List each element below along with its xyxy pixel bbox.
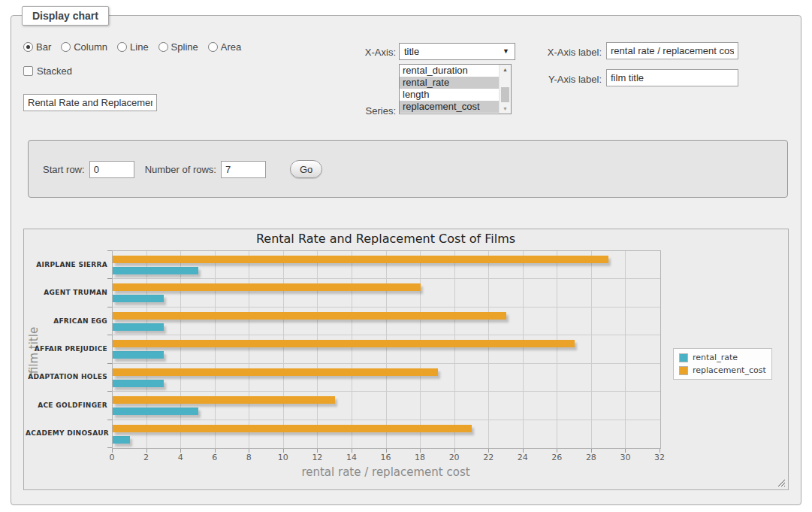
bar-replacement_cost: [113, 256, 608, 263]
bar-replacement_cost: [113, 396, 335, 404]
x-tick-label: 30: [614, 453, 636, 462]
x-tick-label: 14: [340, 453, 363, 462]
chart-type-option-area[interactable]: Area: [208, 41, 241, 53]
radio-icon[interactable]: [61, 42, 71, 52]
chart-type-label: Column: [74, 41, 107, 53]
radio-icon[interactable]: [23, 42, 33, 52]
series-option-rental_rate[interactable]: rental_rate: [400, 77, 511, 89]
chart-type-option-column[interactable]: Column: [61, 41, 107, 53]
bar-rental_rate: [113, 351, 164, 359]
x-tick-label: 12: [306, 453, 328, 462]
bar-replacement_cost: [113, 340, 575, 347]
series-scrollbar[interactable]: ▲ ▼: [499, 65, 511, 114]
bar-rental_rate: [113, 436, 130, 444]
bar-rental_rate: [113, 407, 198, 415]
x-tick-label: 2: [135, 453, 158, 462]
x-tick-label: 22: [477, 453, 500, 462]
x-axis-select-label: X-Axis:: [316, 47, 396, 58]
bar-replacement_cost: [113, 312, 506, 320]
gridline: [113, 307, 660, 308]
scrollbar-up-icon[interactable]: ▲: [500, 65, 511, 74]
chart-type-option-bar[interactable]: Bar: [23, 41, 51, 53]
x-tick-label: 26: [545, 453, 568, 462]
x-tick-label: 20: [443, 453, 466, 462]
y-tick-mark: [107, 391, 112, 392]
category-label: AFRICAN EGG: [26, 317, 107, 325]
series-option-length[interactable]: length: [400, 89, 511, 101]
x-axis-label-input[interactable]: [606, 42, 738, 59]
chart-type-options: BarColumnLineSplineArea: [23, 41, 251, 53]
y-tick-mark: [107, 278, 112, 279]
resize-handle-icon[interactable]: [777, 478, 785, 486]
category-label: AIRPLANE SIERRA: [26, 261, 107, 268]
legend-entry-rental_rate: rental_rate: [679, 353, 766, 362]
start-row-label: Start row:: [43, 164, 85, 175]
bar-replacement_cost: [113, 368, 438, 376]
x-tick-label: 28: [580, 453, 602, 462]
y-axis-label-input[interactable]: [606, 69, 738, 86]
category-label: ADAPTATION HOLES: [26, 373, 107, 380]
series-multiselect[interactable]: rental_durationrental_ratelengthreplacem…: [399, 64, 512, 114]
display-chart-fieldset: Display chart BarColumnLineSplineArea St…: [11, 15, 801, 505]
x-tick-label: 4: [169, 453, 192, 462]
y-axis-label-label: Y-Axis label:: [521, 74, 602, 85]
series-option-replacement_cost[interactable]: replacement_cost: [400, 101, 511, 113]
radio-dot: [26, 45, 30, 49]
rows-fieldset: Start row: Number of rows: Go: [28, 140, 788, 198]
x-tick-label: 8: [237, 453, 260, 462]
y-tick-mark: [107, 447, 112, 448]
bar-rental_rate: [113, 295, 164, 302]
x-tick-label: 32: [648, 453, 671, 462]
legend-label: replacement_cost: [693, 365, 766, 375]
x-tick-label: 0: [101, 453, 123, 462]
gridline: [113, 363, 660, 364]
chart-type-option-spline[interactable]: Spline: [158, 41, 198, 53]
radio-icon[interactable]: [117, 42, 127, 52]
gridline: [113, 278, 660, 279]
category-label: AFFAIR PREJUDICE: [26, 345, 107, 353]
x-axis-title: rental rate / replacement cost: [112, 465, 660, 479]
chart-type-label: Bar: [36, 41, 51, 53]
scrollbar-down-icon[interactable]: ▼: [500, 104, 511, 114]
y-tick-mark: [107, 250, 112, 251]
bar-rental_rate: [113, 267, 198, 274]
num-rows-input[interactable]: [221, 161, 266, 178]
bar-replacement_cost: [113, 283, 421, 291]
x-tick-label: 18: [409, 453, 431, 462]
series-select-label: Series:: [316, 105, 396, 117]
scrollbar-thumb[interactable]: [501, 87, 509, 102]
category-label: ACE GOLDFINGER: [26, 401, 107, 409]
radio-icon[interactable]: [208, 42, 218, 52]
chart-title-input[interactable]: [23, 94, 157, 111]
radio-icon[interactable]: [158, 42, 168, 52]
gridline: [113, 420, 660, 420]
go-button[interactable]: Go: [290, 160, 322, 178]
legend-swatch: [679, 353, 688, 362]
stacked-checkbox[interactable]: [23, 66, 33, 76]
x-tick-label: 10: [272, 453, 294, 462]
chart-type-option-line[interactable]: Line: [117, 41, 149, 53]
legend-entry-replacement_cost: replacement_cost: [679, 365, 766, 375]
x-axis-selected-value: title: [404, 46, 419, 57]
legend-swatch: [679, 366, 688, 375]
series-option-rental_duration[interactable]: rental_duration: [400, 65, 511, 77]
chart-type-label: Line: [130, 41, 149, 53]
gridline: [113, 391, 660, 392]
stacked-option[interactable]: Stacked: [23, 65, 72, 77]
y-tick-mark: [107, 335, 112, 335]
rows-form: Start row: Number of rows: Go: [43, 160, 322, 178]
bar-rental_rate: [113, 323, 164, 331]
category-label: ACADEMY DINOSAUR: [26, 429, 107, 437]
num-rows-label: Number of rows:: [145, 164, 216, 175]
chart-title: Rental Rate and Replacement Cost of Film…: [112, 232, 660, 246]
category-label: AGENT TRUMAN: [26, 289, 107, 296]
x-tick-label: 6: [204, 453, 226, 462]
legend-label: rental_rate: [693, 353, 738, 362]
chevron-down-icon: ▼: [503, 44, 509, 59]
bar-replacement_cost: [113, 425, 472, 432]
x-axis-label-label: X-Axis label:: [521, 47, 602, 58]
start-row-input[interactable]: [89, 161, 134, 178]
chart-legend: rental_ratereplacement_cost: [673, 348, 772, 380]
x-axis-select[interactable]: title ▼: [399, 43, 515, 60]
y-tick-mark: [107, 307, 112, 308]
